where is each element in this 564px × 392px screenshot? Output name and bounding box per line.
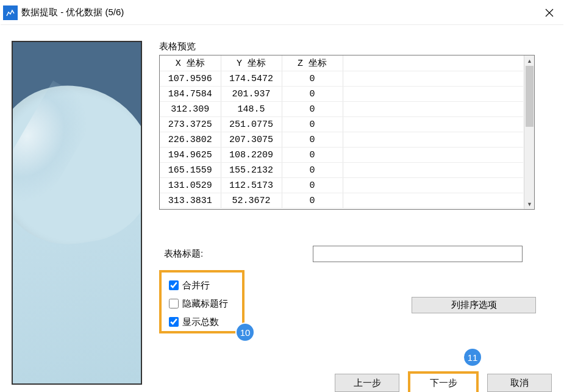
table-preview: X 坐标 Y 坐标 Z 坐标 107.9596174.54720184.7584… [159, 55, 535, 210]
merge-rows-label: 合并行 [182, 280, 210, 291]
table-title-label: 表格标题: [164, 248, 203, 260]
scroll-thumb[interactable] [526, 66, 534, 127]
dialog-body: 表格预览 X 坐标 Y 坐标 Z 坐标 107.9596174.5472018 [1, 25, 563, 391]
table-cell: 0 [282, 178, 343, 193]
table-cell: 0 [282, 71, 343, 87]
table-header-row: X 坐标 Y 坐标 Z 坐标 [160, 55, 523, 71]
table-row[interactable]: 184.7584201.9370 [160, 87, 523, 102]
table-row[interactable]: 131.0529112.51730 [160, 178, 523, 193]
table-cell [343, 102, 523, 117]
table-cell: 312.309 [160, 102, 221, 117]
table-cell [343, 132, 523, 148]
table-cell: 108.2209 [221, 148, 282, 163]
window-title: 数据提取 - 优化数据 (5/6) [21, 7, 124, 18]
table-title-row: 表格标题: [164, 246, 523, 262]
table-cell: 0 [282, 102, 343, 117]
table-cell: 0 [282, 193, 343, 208]
cancel-button[interactable]: 取消 [487, 374, 552, 392]
table-row[interactable]: 312.309148.50 [160, 102, 523, 117]
table-cell: 165.1559 [160, 163, 221, 178]
table-vertical-scrollbar[interactable]: ▲ ▼ [524, 55, 534, 209]
scroll-up-arrow-icon[interactable]: ▲ [524, 55, 535, 66]
table-title-input[interactable] [313, 246, 523, 262]
table-cell: 0 [282, 148, 343, 163]
hide-header-checkbox-row[interactable]: 隐藏标题行 [166, 294, 237, 313]
table-cell: 0 [282, 87, 343, 102]
scroll-down-arrow-icon[interactable]: ▼ [524, 199, 535, 209]
table-row[interactable]: 107.9596174.54720 [160, 71, 523, 87]
callout-badge-11: 11 [463, 347, 482, 367]
hide-header-checkbox[interactable] [169, 299, 179, 308]
table-cell: 107.9596 [160, 71, 221, 87]
table-cell: 201.937 [221, 87, 282, 102]
callout-badge-10: 10 [235, 323, 255, 342]
show-totals-checkbox-row[interactable]: 显示总数 [166, 313, 237, 331]
column-sort-options-button[interactable]: 列排序选项 [412, 297, 536, 313]
col-header-z[interactable]: Z 坐标 [282, 55, 343, 71]
table-row[interactable]: 273.3725251.07750 [160, 117, 523, 132]
table-cell: 155.2132 [221, 163, 282, 178]
options-group: 合并行 隐藏标题行 显示总数 [159, 270, 245, 333]
table-cell: 0 [282, 117, 343, 132]
table-cell: 131.0529 [160, 178, 221, 193]
show-totals-checkbox[interactable] [169, 317, 179, 327]
close-button[interactable] [535, 1, 563, 25]
dialog-window: 数据提取 - 优化数据 (5/6) 表格预览 X 坐标 Y 坐标 [0, 0, 564, 392]
table-cell: 0 [282, 163, 343, 178]
table-row[interactable]: 313.383152.36720 [160, 193, 523, 208]
next-button[interactable]: 下一步 [408, 371, 479, 392]
table-cell: 313.3831 [160, 193, 221, 208]
table-row[interactable]: 165.1559155.21320 [160, 163, 523, 178]
titlebar: 数据提取 - 优化数据 (5/6) [1, 1, 563, 25]
col-header-x[interactable]: X 坐标 [160, 55, 221, 71]
content-area: 表格预览 X 坐标 Y 坐标 Z 坐标 107.9596174.5472018 [159, 41, 550, 391]
close-icon [545, 9, 554, 17]
table-cell [343, 148, 523, 163]
table-cell: 52.3672 [221, 193, 282, 208]
table-cell: 148.5 [221, 102, 282, 117]
merge-rows-checkbox-row[interactable]: 合并行 [166, 276, 237, 294]
col-header-y[interactable]: Y 坐标 [221, 55, 282, 71]
table-preview-label: 表格预览 [159, 41, 550, 52]
page-preview-graphic [12, 41, 142, 385]
table-cell [343, 178, 523, 193]
table-cell [343, 117, 523, 132]
table-cell: 251.0775 [221, 117, 282, 132]
show-totals-label: 显示总数 [182, 316, 219, 328]
col-header-pad [343, 55, 523, 71]
table-cell: 226.3802 [160, 132, 221, 148]
wizard-nav-row: 上一步 下一步 取消 [335, 371, 552, 392]
table-cell: 184.7584 [160, 87, 221, 102]
hide-header-label: 隐藏标题行 [182, 298, 228, 310]
merge-rows-checkbox[interactable] [169, 280, 179, 290]
app-icon [3, 5, 18, 20]
data-table: X 坐标 Y 坐标 Z 坐标 107.9596174.54720184.7584… [160, 55, 523, 208]
table-row[interactable]: 226.3802207.30750 [160, 132, 523, 148]
table-cell: 112.5173 [221, 178, 282, 193]
prev-button[interactable]: 上一步 [335, 374, 399, 392]
table-cell: 273.3725 [160, 117, 221, 132]
table-cell: 194.9625 [160, 148, 221, 163]
table-row[interactable]: 194.9625108.22090 [160, 148, 523, 163]
table-cell [343, 71, 523, 87]
table-cell: 174.5472 [221, 71, 282, 87]
table-cell [343, 193, 523, 208]
table-cell [343, 163, 523, 178]
table-cell: 0 [282, 132, 343, 148]
table-cell [343, 87, 523, 102]
table-cell: 207.3075 [221, 132, 282, 148]
